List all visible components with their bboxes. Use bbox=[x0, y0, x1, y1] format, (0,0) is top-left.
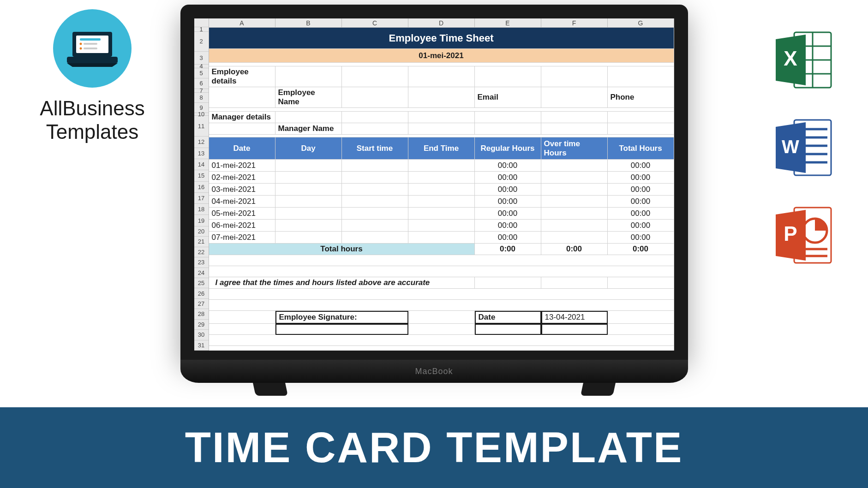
cell[interactable] bbox=[275, 220, 342, 232]
cell-date[interactable]: 02-mei-2021 bbox=[209, 172, 275, 184]
cell-total[interactable]: 00:00 bbox=[608, 220, 674, 232]
cell[interactable] bbox=[541, 112, 608, 123]
cell[interactable] bbox=[209, 289, 674, 300]
cell[interactable] bbox=[209, 266, 674, 277]
cell[interactable] bbox=[209, 311, 275, 324]
cell[interactable] bbox=[342, 220, 408, 232]
cell[interactable] bbox=[342, 112, 408, 123]
row-number: 24 bbox=[194, 268, 209, 278]
cell[interactable] bbox=[408, 220, 475, 232]
cell[interactable] bbox=[541, 184, 608, 196]
cell[interactable] bbox=[541, 208, 608, 220]
cell-reg[interactable]: 00:00 bbox=[475, 220, 541, 232]
cell[interactable] bbox=[408, 172, 475, 184]
cell[interactable] bbox=[541, 160, 608, 172]
cell[interactable] bbox=[608, 66, 674, 87]
cell[interactable] bbox=[475, 112, 541, 123]
cell[interactable] bbox=[408, 123, 475, 135]
cell[interactable] bbox=[275, 232, 342, 244]
cell[interactable] bbox=[541, 172, 608, 184]
cell[interactable] bbox=[342, 66, 408, 87]
cell[interactable] bbox=[209, 87, 275, 108]
cell[interactable] bbox=[541, 220, 608, 232]
cell[interactable] bbox=[209, 324, 275, 335]
cell[interactable] bbox=[209, 255, 674, 266]
cell[interactable] bbox=[275, 112, 342, 123]
cell-date[interactable]: 03-mei-2021 bbox=[209, 184, 275, 196]
cell[interactable] bbox=[342, 160, 408, 172]
cell[interactable] bbox=[475, 123, 541, 135]
cell-total[interactable]: 00:00 bbox=[608, 196, 674, 208]
column-header: C bbox=[342, 18, 408, 28]
cell-total[interactable]: 00:00 bbox=[608, 184, 674, 196]
cell[interactable] bbox=[608, 324, 674, 335]
cell[interactable] bbox=[408, 87, 475, 108]
cell[interactable] bbox=[275, 172, 342, 184]
brand-logo: AllBusiness Templates bbox=[28, 9, 157, 143]
cell[interactable] bbox=[408, 208, 475, 220]
cell[interactable] bbox=[608, 112, 674, 123]
employee-signature-field[interactable] bbox=[275, 324, 408, 335]
employee-date-value[interactable]: 13-04-2021 bbox=[541, 311, 608, 324]
cell[interactable] bbox=[408, 112, 475, 123]
cell[interactable] bbox=[209, 346, 674, 351]
cell[interactable] bbox=[475, 277, 541, 289]
cell[interactable] bbox=[475, 66, 541, 87]
cell[interactable] bbox=[275, 208, 342, 220]
svg-rect-2 bbox=[80, 38, 101, 41]
cell[interactable] bbox=[275, 184, 342, 196]
cell[interactable] bbox=[342, 123, 408, 135]
cell[interactable] bbox=[408, 232, 475, 244]
cell[interactable] bbox=[541, 196, 608, 208]
cell[interactable] bbox=[541, 66, 608, 87]
cell-reg[interactable]: 00:00 bbox=[475, 196, 541, 208]
cell[interactable] bbox=[475, 324, 541, 335]
row-number: 16 bbox=[194, 182, 209, 193]
cell-date[interactable]: 07-mei-2021 bbox=[209, 232, 275, 244]
row-number: 22 bbox=[194, 247, 209, 257]
row-number: 7 bbox=[194, 89, 209, 93]
cell[interactable] bbox=[408, 311, 475, 324]
cell-reg[interactable]: 00:00 bbox=[475, 184, 541, 196]
cell[interactable] bbox=[408, 66, 475, 87]
row-number: 8 bbox=[194, 93, 209, 103]
cell-date[interactable]: 06-mei-2021 bbox=[209, 220, 275, 232]
cell[interactable] bbox=[541, 277, 608, 289]
cell-total[interactable]: 00:00 bbox=[608, 160, 674, 172]
cell[interactable] bbox=[342, 184, 408, 196]
cell[interactable] bbox=[541, 123, 608, 135]
cell-reg[interactable]: 00:00 bbox=[475, 172, 541, 184]
cell[interactable] bbox=[342, 172, 408, 184]
cell[interactable] bbox=[541, 324, 608, 335]
cell[interactable] bbox=[342, 87, 408, 108]
spreadsheet-grid[interactable]: ABCDEFG Employee Time Sheet 01-mei-2021 … bbox=[209, 18, 674, 351]
cell[interactable] bbox=[209, 300, 674, 311]
cell-reg[interactable]: 00:00 bbox=[475, 160, 541, 172]
cell-total[interactable]: 00:00 bbox=[608, 208, 674, 220]
cell[interactable] bbox=[408, 324, 475, 335]
cell[interactable] bbox=[608, 311, 674, 324]
cell[interactable] bbox=[275, 160, 342, 172]
cell[interactable] bbox=[541, 232, 608, 244]
cell[interactable] bbox=[342, 232, 408, 244]
cell-total[interactable]: 00:00 bbox=[608, 172, 674, 184]
cell[interactable] bbox=[275, 196, 342, 208]
cell-date[interactable]: 01-mei-2021 bbox=[209, 160, 275, 172]
cell-reg[interactable]: 00:00 bbox=[475, 232, 541, 244]
cell[interactable] bbox=[408, 160, 475, 172]
cell[interactable] bbox=[275, 66, 342, 87]
cell-total[interactable]: 00:00 bbox=[608, 232, 674, 244]
cell[interactable] bbox=[342, 208, 408, 220]
cell[interactable] bbox=[408, 184, 475, 196]
cell-date[interactable]: 05-mei-2021 bbox=[209, 208, 275, 220]
cell[interactable] bbox=[541, 87, 608, 108]
cell[interactable] bbox=[209, 123, 275, 135]
cell[interactable] bbox=[209, 335, 674, 346]
cell[interactable] bbox=[408, 196, 475, 208]
cell[interactable] bbox=[608, 123, 674, 135]
cell-date[interactable]: 04-mei-2021 bbox=[209, 196, 275, 208]
brand-line1: AllBusiness bbox=[28, 97, 157, 120]
cell-reg[interactable]: 00:00 bbox=[475, 208, 541, 220]
cell[interactable] bbox=[608, 277, 674, 289]
cell[interactable] bbox=[342, 196, 408, 208]
